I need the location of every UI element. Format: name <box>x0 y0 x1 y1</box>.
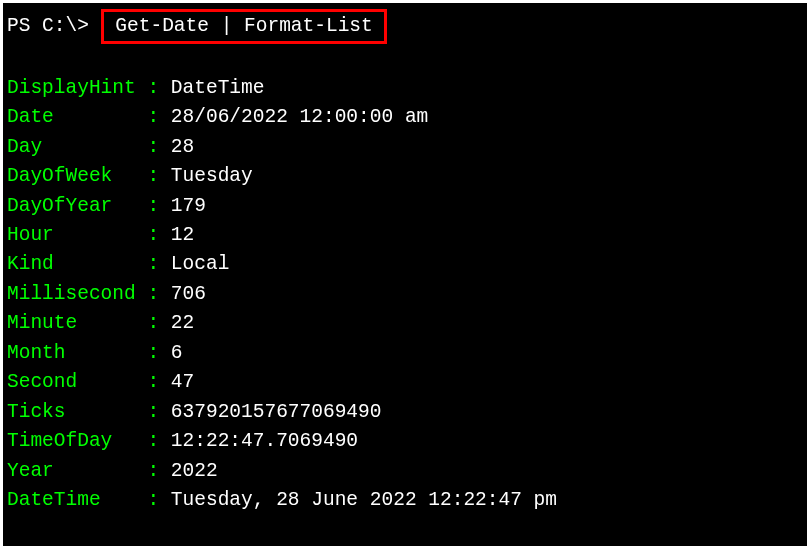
blank-line <box>7 545 803 549</box>
output-property-value: Tuesday <box>171 162 253 191</box>
output-property-value: 12:22:47.7069490 <box>171 427 358 456</box>
output-list: DisplayHint : DateTimeDate : 28/06/2022 … <box>7 74 803 516</box>
output-colon: : <box>147 133 170 162</box>
output-property-value: 2022 <box>171 457 218 486</box>
output-property-name: Kind <box>7 250 147 279</box>
terminal-window[interactable]: PS C:\> Get-Date | Format-List DisplayHi… <box>3 3 807 546</box>
output-colon: : <box>147 103 170 132</box>
output-colon: : <box>147 457 170 486</box>
output-row: Minute : 22 <box>7 309 803 338</box>
output-property-value: DateTime <box>171 74 265 103</box>
output-property-name: Hour <box>7 221 147 250</box>
output-property-value: Local <box>171 250 230 279</box>
output-property-value: Tuesday, 28 June 2022 12:22:47 pm <box>171 486 557 515</box>
output-row: Ticks : 637920157677069490 <box>7 398 803 427</box>
blank-line <box>7 515 803 544</box>
output-colon: : <box>147 162 170 191</box>
output-row: Year : 2022 <box>7 457 803 486</box>
output-row: Day : 28 <box>7 133 803 162</box>
output-row: DisplayHint : DateTime <box>7 74 803 103</box>
output-colon: : <box>147 398 170 427</box>
output-colon: : <box>147 339 170 368</box>
output-property-value: 28 <box>171 133 194 162</box>
output-property-value: 22 <box>171 309 194 338</box>
output-row: DayOfYear : 179 <box>7 192 803 221</box>
output-property-name: DisplayHint <box>7 74 147 103</box>
output-property-value: 12 <box>171 221 194 250</box>
output-colon: : <box>147 280 170 309</box>
output-row: Kind : Local <box>7 250 803 279</box>
command-highlight-box: Get-Date | Format-List <box>101 9 388 44</box>
output-property-value: 179 <box>171 192 206 221</box>
output-property-name: Millisecond <box>7 280 147 309</box>
output-row: Millisecond : 706 <box>7 280 803 309</box>
output-colon: : <box>147 368 170 397</box>
prompt-prefix: PS C:\> <box>7 12 101 41</box>
output-property-name: DayOfYear <box>7 192 147 221</box>
blank-line <box>7 44 803 73</box>
output-row: Date : 28/06/2022 12:00:00 am <box>7 103 803 132</box>
output-colon: : <box>147 427 170 456</box>
command-text: Get-Date | Format-List <box>104 15 385 37</box>
output-row: Month : 6 <box>7 339 803 368</box>
output-property-name: Second <box>7 368 147 397</box>
output-property-name: Ticks <box>7 398 147 427</box>
output-colon: : <box>147 192 170 221</box>
output-row: DayOfWeek : Tuesday <box>7 162 803 191</box>
output-property-name: Minute <box>7 309 147 338</box>
output-property-name: DayOfWeek <box>7 162 147 191</box>
output-property-name: Year <box>7 457 147 486</box>
output-colon: : <box>147 309 170 338</box>
output-property-name: Day <box>7 133 147 162</box>
output-property-name: DateTime <box>7 486 147 515</box>
output-property-value: 47 <box>171 368 194 397</box>
output-property-value: 6 <box>171 339 183 368</box>
output-colon: : <box>147 486 170 515</box>
output-colon: : <box>147 74 170 103</box>
output-property-name: TimeOfDay <box>7 427 147 456</box>
output-property-name: Month <box>7 339 147 368</box>
output-row: Second : 47 <box>7 368 803 397</box>
command-prompt-line: PS C:\> Get-Date | Format-List <box>7 9 803 44</box>
output-row: Hour : 12 <box>7 221 803 250</box>
output-property-value: 28/06/2022 12:00:00 am <box>171 103 428 132</box>
output-colon: : <box>147 250 170 279</box>
output-colon: : <box>147 221 170 250</box>
output-property-value: 637920157677069490 <box>171 398 382 427</box>
output-property-value: 706 <box>171 280 206 309</box>
output-row: DateTime : Tuesday, 28 June 2022 12:22:4… <box>7 486 803 515</box>
output-row: TimeOfDay : 12:22:47.7069490 <box>7 427 803 456</box>
output-property-name: Date <box>7 103 147 132</box>
